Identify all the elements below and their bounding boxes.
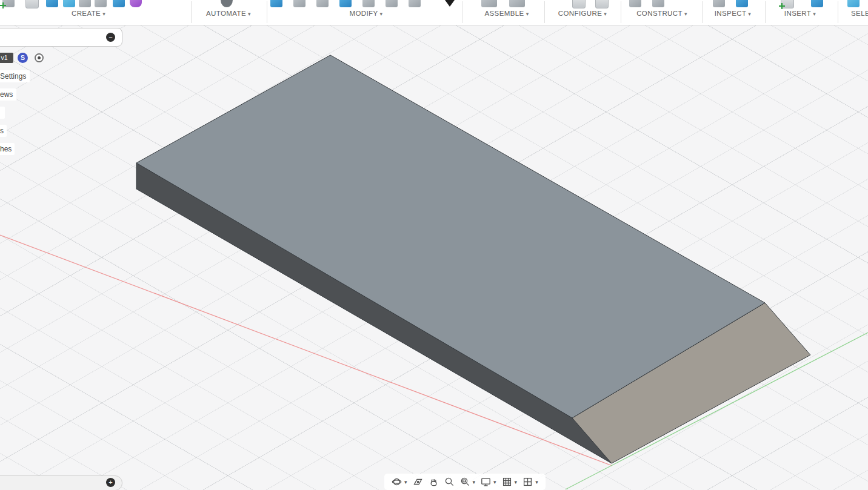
measure-icon[interactable] (713, 0, 725, 7)
joint-icon[interactable] (509, 0, 525, 7)
view-navigation-bar: ▾ ▾ ▾ ▾ ▾ (384, 474, 546, 490)
toolbar-group-select[interactable]: SELECT▾ (851, 10, 868, 17)
revolve-icon[interactable] (63, 0, 75, 7)
top-toolbar: CREATE▾ AUTOMATE▾ MODIFY▾ ASSEMBLE▾ CONF… (0, 0, 868, 25)
browser-item-sketches[interactable]: hes (0, 143, 15, 155)
offset-face-icon[interactable] (362, 0, 375, 7)
create-form-icon[interactable] (130, 0, 142, 7)
chevron-down-icon[interactable]: ▾ (473, 479, 476, 485)
chevron-down-icon[interactable]: ▾ (404, 479, 407, 485)
chevron-down-icon[interactable]: ▾ (535, 479, 538, 485)
new-component-icon[interactable] (481, 0, 497, 7)
loft-icon[interactable] (95, 0, 107, 7)
grid-and-snaps-icon[interactable] (502, 477, 512, 487)
chevron-down-icon: ▾ (604, 11, 607, 17)
section-analysis-icon[interactable] (736, 0, 748, 7)
toolbar-group-construct[interactable]: CONSTRUCT▾ (636, 10, 687, 17)
combine-icon[interactable] (339, 0, 352, 7)
browser-item-origin[interactable] (0, 107, 5, 119)
toolbar-divider (621, 1, 621, 23)
configuration-theme-icon[interactable] (595, 0, 609, 8)
window-zoom-icon[interactable] (460, 477, 470, 487)
timeline-panel: + (0, 475, 122, 490)
expand-button[interactable]: + (106, 478, 115, 487)
chevron-down-icon[interactable]: ▾ (493, 479, 496, 485)
chevron-down-icon[interactable]: ▾ (515, 479, 518, 485)
pan-icon[interactable] (429, 477, 439, 487)
zoom-icon[interactable] (444, 477, 455, 487)
chevron-down-icon: ▾ (526, 11, 529, 17)
select-tool-icon[interactable] (847, 0, 860, 7)
fillet-icon[interactable] (293, 0, 305, 7)
chevron-down-icon: ▾ (684, 11, 687, 17)
insert-mesh-icon[interactable] (811, 0, 823, 7)
toolbar-group-assemble[interactable]: ASSEMBLE▾ (484, 10, 529, 17)
scene-3d (0, 0, 868, 490)
fusion-app-window: CREATE▾ AUTOMATE▾ MODIFY▾ ASSEMBLE▾ CONF… (0, 0, 868, 490)
browser-item-bodies[interactable]: s (0, 125, 7, 137)
toolbar-group-modify[interactable]: MODIFY▾ (349, 10, 382, 17)
chevron-down-icon: ▾ (380, 11, 383, 17)
document-visibility-icon[interactable] (35, 53, 44, 62)
browser-item-document-settings[interactable]: Settings (0, 70, 30, 82)
display-settings-icon[interactable] (481, 477, 491, 487)
extrude-icon[interactable] (46, 0, 58, 7)
toolbar-group-create[interactable]: CREATE▾ (72, 10, 105, 17)
create-sketch-icon[interactable] (2, 0, 15, 7)
automate-tool-icon[interactable] (221, 0, 233, 7)
toolbar-divider (838, 1, 838, 23)
toolbar-divider (267, 1, 267, 23)
document-version-badge[interactable]: v1 (0, 53, 13, 63)
sweep-icon[interactable] (79, 0, 91, 7)
configuration-table-icon[interactable] (572, 0, 586, 8)
toolbar-divider (544, 1, 545, 23)
toolbar-divider (191, 1, 192, 23)
look-at-icon[interactable] (413, 477, 423, 487)
draft-icon[interactable] (409, 0, 421, 7)
toolbar-divider (702, 1, 703, 23)
press-pull-icon[interactable] (270, 0, 282, 7)
construct-plane-icon[interactable] (629, 0, 641, 7)
chevron-down-icon: ▾ (102, 11, 105, 17)
toolbar-group-automate[interactable]: AUTOMATE▾ (206, 10, 251, 17)
document-status-icon[interactable]: S (18, 53, 28, 63)
orbit-icon[interactable] (392, 477, 402, 487)
primitive-box-icon[interactable] (113, 0, 125, 7)
browser-search-panel: − (0, 28, 122, 47)
toolbar-group-insert[interactable]: INSERT▾ (784, 10, 816, 17)
toolbar-divider (765, 1, 766, 23)
chevron-down-icon: ▾ (813, 11, 816, 17)
toolbar-divider (462, 1, 462, 23)
chevron-down-icon: ▾ (748, 11, 751, 17)
create-doc-icon[interactable] (25, 0, 39, 8)
chevron-down-icon: ▾ (248, 11, 251, 17)
toolbar-group-configure[interactable]: CONFIGURE▾ (558, 10, 607, 17)
collapse-button[interactable]: − (106, 33, 115, 42)
construct-axis-icon[interactable] (652, 0, 664, 7)
shell-icon[interactable] (316, 0, 329, 7)
browser-item-named-views[interactable]: ews (0, 88, 16, 101)
insert-canvas-icon[interactable] (781, 0, 794, 8)
toolbar-group-inspect[interactable]: INSPECT▾ (715, 10, 752, 17)
modify-more-dropdown-icon[interactable] (445, 0, 455, 7)
viewports-icon[interactable] (522, 477, 533, 487)
split-body-icon[interactable] (386, 0, 398, 7)
